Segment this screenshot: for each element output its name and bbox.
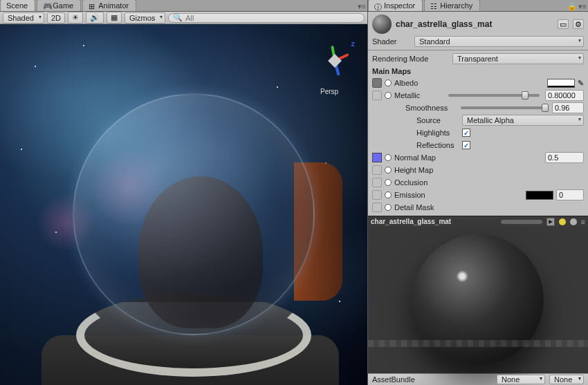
emission-radio[interactable] <box>385 191 392 198</box>
help-button[interactable]: ▭ <box>558 19 569 29</box>
lock-icon[interactable]: 🔒 <box>567 2 577 11</box>
speaker-icon: 🔊 <box>90 13 100 22</box>
normal-map-value[interactable]: 0.5 <box>545 152 584 163</box>
preview-drag-handle[interactable] <box>501 220 542 224</box>
emission-value[interactable]: 0 <box>556 189 584 200</box>
inspector-icon: ⓘ <box>374 2 381 9</box>
metallic-texture-slot[interactable] <box>372 91 382 100</box>
smoothness-label: Smoothness <box>405 104 455 112</box>
gizmo-z-label: z <box>351 39 356 48</box>
shading-mode-dropdown[interactable]: Shaded <box>3 12 44 24</box>
lighting-toggle[interactable]: ☀ <box>68 12 83 24</box>
play-icon[interactable]: ▶ <box>546 218 555 226</box>
source-label: Source <box>416 116 459 124</box>
tab-context-menu-left[interactable]: ▾≡ <box>356 2 367 11</box>
tab-inspector-label: Inspector <box>384 1 415 10</box>
rendering-mode-label: Rendering Mode <box>372 55 450 63</box>
smoothness-value[interactable]: 0.96 <box>552 102 584 113</box>
2d-toggle[interactable]: 2D <box>47 12 65 24</box>
book-icon: ▭ <box>560 20 567 29</box>
scene-search-input[interactable] <box>185 14 360 22</box>
tab-animator[interactable]: ⊞Animator <box>82 0 136 11</box>
sun-icon: ☀ <box>72 13 79 22</box>
gizmos-dropdown[interactable]: Gizmos <box>125 12 165 24</box>
detail-mask-label: Detail Mask <box>394 203 434 212</box>
detail-mask-radio[interactable] <box>385 204 392 211</box>
tab-scene-label: Scene <box>6 1 28 10</box>
tab-context-menu-right[interactable]: ▾≡ <box>577 2 588 11</box>
occlusion-texture-slot[interactable] <box>372 178 382 187</box>
scene-search[interactable]: 🔍 <box>168 13 365 23</box>
tab-hierarchy[interactable]: ☷Hierarchy <box>424 0 480 11</box>
height-map-texture-slot[interactable] <box>372 165 382 175</box>
tab-game[interactable]: 🎮Game <box>37 0 81 11</box>
highlights-checkbox[interactable]: ✓ <box>462 129 470 137</box>
emission-color-swatch[interactable] <box>526 191 553 200</box>
image-icon: ▦ <box>111 13 118 22</box>
height-map-radio[interactable] <box>385 167 392 173</box>
occlusion-radio[interactable] <box>385 179 392 186</box>
highlights-label: Highlights <box>416 129 459 137</box>
albedo-color-swatch[interactable] <box>547 79 575 88</box>
metallic-radio[interactable] <box>385 92 392 99</box>
hierarchy-icon: ☷ <box>430 2 437 9</box>
inspector-body: Rendering Mode Transparent Main Maps Alb… <box>368 50 588 216</box>
asset-bundle-label: AssetBundle <box>372 375 415 384</box>
normal-map-label: Normal Map <box>394 153 436 162</box>
audio-toggle[interactable]: 🔊 <box>86 12 104 24</box>
material-thumbnail <box>372 15 392 34</box>
asset-bundle-variant-dropdown[interactable]: None <box>549 375 584 384</box>
material-preview[interactable] <box>368 227 588 373</box>
sphere-toggle-icon[interactable] <box>570 218 577 225</box>
albedo-texture-slot[interactable] <box>372 78 382 88</box>
detail-mask-texture-slot[interactable] <box>372 203 382 212</box>
gizmo-persp-label: Persp <box>320 88 338 95</box>
normal-map-texture-slot[interactable] <box>372 153 382 162</box>
emission-texture-slot[interactable] <box>372 190 382 200</box>
albedo-label: Albedo <box>394 79 418 87</box>
main-maps-title: Main Maps <box>372 67 584 75</box>
inspector-header: char_astrella_glass_mat ▭ ⚙ Shader Stand… <box>368 12 588 50</box>
right-tab-bar: ⓘInspector ☷Hierarchy 🔒 ▾≡ <box>368 0 588 12</box>
height-map-label: Height Map <box>394 166 433 174</box>
albedo-radio[interactable] <box>385 79 392 86</box>
tab-scene[interactable]: Scene <box>0 0 35 11</box>
asset-bundle-footer: AssetBundle None None <box>368 373 588 385</box>
emission-label: Emission <box>394 191 425 199</box>
metallic-slider[interactable] <box>448 94 540 97</box>
metallic-label: Metallic <box>394 91 443 100</box>
helmet-glass <box>73 93 315 335</box>
left-tab-bar: Scene 🎮Game ⊞Animator ▾≡ <box>0 0 367 12</box>
tab-animator-label: Animator <box>98 1 129 10</box>
shader-label: Shader <box>372 37 410 46</box>
preview-header[interactable]: char_astrella_glass_mat ▶ ≡ <box>368 216 588 227</box>
search-icon: 🔍 <box>173 13 183 22</box>
scene-toolbar: Shaded 2D ☀ 🔊 ▦ Gizmos 🔍 <box>0 12 367 24</box>
preview-menu-icon[interactable]: ≡ <box>581 218 585 226</box>
reflections-label: Reflections <box>416 141 459 149</box>
tab-inspector[interactable]: ⓘInspector <box>368 0 423 11</box>
light-toggle-icon[interactable] <box>559 218 566 225</box>
rendering-mode-dropdown[interactable]: Transparent <box>452 53 584 64</box>
material-name: char_astrella_glass_mat <box>396 19 553 29</box>
settings-button[interactable]: ⚙ <box>573 19 584 29</box>
game-icon: 🎮 <box>43 2 50 9</box>
scene-view[interactable]: z Persp <box>0 24 367 385</box>
animator-icon: ⊞ <box>89 2 95 9</box>
fx-toggle[interactable]: ▦ <box>107 12 122 24</box>
normal-map-radio[interactable] <box>385 154 392 161</box>
metallic-value[interactable]: 0.80000 <box>545 90 584 101</box>
source-dropdown[interactable]: Metallic Alpha <box>462 115 584 126</box>
reflections-checkbox[interactable]: ✓ <box>462 141 470 149</box>
eyedropper-icon[interactable]: ✎ <box>578 79 584 88</box>
tab-game-label: Game <box>53 1 73 10</box>
occlusion-label: Occlusion <box>394 178 428 187</box>
asset-bundle-name-dropdown[interactable]: None <box>497 375 545 384</box>
gear-icon: ⚙ <box>575 20 582 29</box>
smoothness-slider[interactable] <box>461 106 546 109</box>
shader-dropdown[interactable]: Standard <box>414 36 584 47</box>
orientation-gizmo[interactable]: z Persp <box>313 39 355 81</box>
preview-title: char_astrella_glass_mat <box>371 218 497 225</box>
tab-hierarchy-label: Hierarchy <box>440 1 472 10</box>
